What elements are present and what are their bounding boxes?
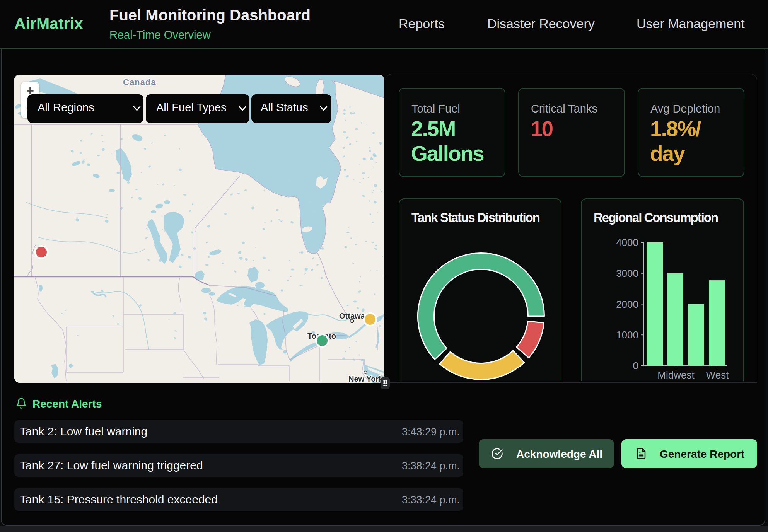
svg-text:0: 0 (633, 360, 638, 372)
svg-text:West: West (706, 369, 729, 381)
svg-text:Canada: Canada (123, 77, 156, 87)
svg-text:3000: 3000 (616, 268, 638, 279)
svg-text:4000: 4000 (616, 237, 638, 248)
svg-text:1000: 1000 (616, 329, 638, 341)
svg-text:2000: 2000 (616, 298, 638, 310)
svg-text:New York: New York (348, 375, 383, 383)
svg-text:Midwest: Midwest (657, 369, 695, 381)
